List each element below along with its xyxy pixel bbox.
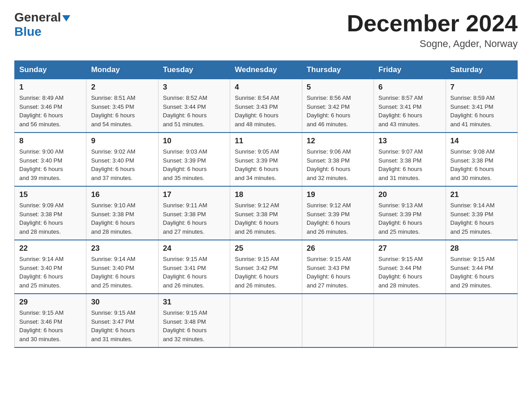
calendar-cell: 6Sunrise: 8:57 AMSunset: 3:41 PMDaylight… bbox=[374, 79, 446, 133]
calendar-cell: 22Sunrise: 9:14 AMSunset: 3:40 PMDayligh… bbox=[15, 240, 86, 294]
day-info: Sunrise: 9:03 AMSunset: 3:39 PMDaylight:… bbox=[163, 147, 225, 182]
day-number: 30 bbox=[91, 298, 153, 307]
day-number: 18 bbox=[235, 190, 297, 199]
calendar-cell: 4Sunrise: 8:54 AMSunset: 3:43 PMDaylight… bbox=[230, 79, 302, 133]
day-info: Sunrise: 9:15 AMSunset: 3:48 PMDaylight:… bbox=[163, 308, 225, 343]
col-header-friday: Friday bbox=[374, 61, 446, 79]
calendar-cell: 23Sunrise: 9:14 AMSunset: 3:40 PMDayligh… bbox=[86, 240, 158, 294]
day-number: 24 bbox=[163, 244, 225, 253]
day-info: Sunrise: 8:51 AMSunset: 3:45 PMDaylight:… bbox=[91, 94, 153, 128]
month-title: December 2024 bbox=[347, 11, 518, 36]
day-number: 14 bbox=[450, 137, 513, 146]
day-number: 17 bbox=[163, 190, 225, 199]
calendar-cell: 18Sunrise: 9:12 AMSunset: 3:38 PMDayligh… bbox=[230, 186, 302, 240]
day-info: Sunrise: 9:13 AMSunset: 3:39 PMDaylight:… bbox=[378, 201, 441, 236]
day-info: Sunrise: 9:12 AMSunset: 3:38 PMDaylight:… bbox=[235, 201, 297, 236]
calendar-table: SundayMondayTuesdayWednesdayThursdayFrid… bbox=[14, 60, 518, 348]
day-number: 29 bbox=[19, 298, 82, 307]
calendar-cell: 31Sunrise: 9:15 AMSunset: 3:48 PMDayligh… bbox=[158, 294, 230, 347]
calendar-cell: 9Sunrise: 9:02 AMSunset: 3:40 PMDaylight… bbox=[86, 133, 158, 186]
day-info: Sunrise: 9:15 AMSunset: 3:42 PMDaylight:… bbox=[235, 255, 297, 290]
day-info: Sunrise: 9:05 AMSunset: 3:39 PMDaylight:… bbox=[235, 147, 297, 182]
day-info: Sunrise: 9:12 AMSunset: 3:39 PMDaylight:… bbox=[307, 201, 369, 236]
day-info: Sunrise: 8:57 AMSunset: 3:41 PMDaylight:… bbox=[378, 94, 441, 128]
col-header-sunday: Sunday bbox=[15, 61, 86, 79]
calendar-cell: 10Sunrise: 9:03 AMSunset: 3:39 PMDayligh… bbox=[158, 133, 230, 186]
day-number: 13 bbox=[378, 137, 441, 146]
calendar-cell: 30Sunrise: 9:15 AMSunset: 3:47 PMDayligh… bbox=[86, 294, 158, 347]
calendar-cell bbox=[374, 294, 446, 347]
calendar-cell: 14Sunrise: 9:08 AMSunset: 3:38 PMDayligh… bbox=[446, 133, 517, 186]
day-info: Sunrise: 9:15 AMSunset: 3:44 PMDaylight:… bbox=[450, 255, 513, 290]
calendar-cell bbox=[230, 294, 302, 347]
week-row-1: 1Sunrise: 8:49 AMSunset: 3:46 PMDaylight… bbox=[15, 79, 518, 133]
day-number: 25 bbox=[235, 244, 297, 253]
day-info: Sunrise: 8:54 AMSunset: 3:43 PMDaylight:… bbox=[235, 94, 297, 128]
title-block: December 2024 Sogne, Agder, Norway bbox=[347, 11, 518, 50]
col-header-saturday: Saturday bbox=[446, 61, 517, 79]
location: Sogne, Agder, Norway bbox=[347, 38, 518, 50]
calendar-cell: 7Sunrise: 8:59 AMSunset: 3:41 PMDaylight… bbox=[446, 79, 517, 133]
day-info: Sunrise: 9:07 AMSunset: 3:38 PMDaylight:… bbox=[378, 147, 441, 182]
col-header-tuesday: Tuesday bbox=[158, 61, 230, 79]
col-header-wednesday: Wednesday bbox=[230, 61, 302, 79]
day-info: Sunrise: 9:08 AMSunset: 3:38 PMDaylight:… bbox=[450, 147, 513, 182]
week-row-5: 29Sunrise: 9:15 AMSunset: 3:46 PMDayligh… bbox=[15, 294, 518, 347]
calendar-cell: 26Sunrise: 9:15 AMSunset: 3:43 PMDayligh… bbox=[302, 240, 373, 294]
day-info: Sunrise: 9:14 AMSunset: 3:40 PMDaylight:… bbox=[91, 255, 153, 290]
calendar-cell: 21Sunrise: 9:14 AMSunset: 3:39 PMDayligh… bbox=[446, 186, 517, 240]
page-header: General Blue December 2024 Sogne, Agder,… bbox=[14, 11, 518, 50]
day-number: 26 bbox=[307, 244, 369, 253]
day-number: 7 bbox=[450, 83, 513, 92]
day-info: Sunrise: 9:10 AMSunset: 3:38 PMDaylight:… bbox=[91, 201, 153, 236]
calendar-cell: 5Sunrise: 8:56 AMSunset: 3:42 PMDaylight… bbox=[302, 79, 373, 133]
calendar-cell: 27Sunrise: 9:15 AMSunset: 3:44 PMDayligh… bbox=[374, 240, 446, 294]
day-number: 4 bbox=[235, 83, 297, 92]
calendar-cell: 1Sunrise: 8:49 AMSunset: 3:46 PMDaylight… bbox=[15, 79, 86, 133]
calendar-cell: 24Sunrise: 9:15 AMSunset: 3:41 PMDayligh… bbox=[158, 240, 230, 294]
day-info: Sunrise: 9:00 AMSunset: 3:40 PMDaylight:… bbox=[19, 147, 82, 182]
day-number: 9 bbox=[91, 137, 153, 146]
day-number: 6 bbox=[378, 83, 441, 92]
calendar-cell: 28Sunrise: 9:15 AMSunset: 3:44 PMDayligh… bbox=[446, 240, 517, 294]
calendar-cell: 12Sunrise: 9:06 AMSunset: 3:38 PMDayligh… bbox=[302, 133, 373, 186]
day-number: 23 bbox=[91, 244, 153, 253]
day-number: 28 bbox=[450, 244, 513, 253]
week-row-3: 15Sunrise: 9:09 AMSunset: 3:38 PMDayligh… bbox=[15, 186, 518, 240]
day-number: 12 bbox=[307, 137, 369, 146]
day-info: Sunrise: 9:14 AMSunset: 3:39 PMDaylight:… bbox=[450, 201, 513, 236]
calendar-cell: 25Sunrise: 9:15 AMSunset: 3:42 PMDayligh… bbox=[230, 240, 302, 294]
day-info: Sunrise: 9:02 AMSunset: 3:40 PMDaylight:… bbox=[91, 147, 153, 182]
day-number: 27 bbox=[378, 244, 441, 253]
week-row-2: 8Sunrise: 9:00 AMSunset: 3:40 PMDaylight… bbox=[15, 133, 518, 186]
calendar-cell: 15Sunrise: 9:09 AMSunset: 3:38 PMDayligh… bbox=[15, 186, 86, 240]
day-info: Sunrise: 9:15 AMSunset: 3:47 PMDaylight:… bbox=[91, 308, 153, 343]
day-info: Sunrise: 8:59 AMSunset: 3:41 PMDaylight:… bbox=[450, 94, 513, 128]
day-number: 11 bbox=[235, 137, 297, 146]
day-number: 15 bbox=[19, 190, 82, 199]
day-info: Sunrise: 8:52 AMSunset: 3:44 PMDaylight:… bbox=[163, 94, 225, 128]
day-number: 1 bbox=[19, 83, 82, 92]
day-number: 8 bbox=[19, 137, 82, 146]
header-row: SundayMondayTuesdayWednesdayThursdayFrid… bbox=[15, 61, 518, 79]
day-info: Sunrise: 9:14 AMSunset: 3:40 PMDaylight:… bbox=[19, 255, 82, 290]
day-info: Sunrise: 8:56 AMSunset: 3:42 PMDaylight:… bbox=[307, 94, 369, 128]
calendar-cell: 29Sunrise: 9:15 AMSunset: 3:46 PMDayligh… bbox=[15, 294, 86, 347]
calendar-cell: 17Sunrise: 9:11 AMSunset: 3:38 PMDayligh… bbox=[158, 186, 230, 240]
day-number: 3 bbox=[163, 83, 225, 92]
day-info: Sunrise: 9:11 AMSunset: 3:38 PMDaylight:… bbox=[163, 201, 225, 236]
calendar-cell bbox=[446, 294, 517, 347]
logo: General Blue bbox=[14, 11, 70, 39]
calendar-cell: 8Sunrise: 9:00 AMSunset: 3:40 PMDaylight… bbox=[15, 133, 86, 186]
calendar-cell bbox=[302, 294, 373, 347]
col-header-monday: Monday bbox=[86, 61, 158, 79]
calendar-cell: 16Sunrise: 9:10 AMSunset: 3:38 PMDayligh… bbox=[86, 186, 158, 240]
logo-line1: General bbox=[14, 11, 70, 25]
day-info: Sunrise: 9:15 AMSunset: 3:46 PMDaylight:… bbox=[19, 308, 82, 343]
day-info: Sunrise: 9:06 AMSunset: 3:38 PMDaylight:… bbox=[307, 147, 369, 182]
day-number: 19 bbox=[307, 190, 369, 199]
day-info: Sunrise: 9:09 AMSunset: 3:38 PMDaylight:… bbox=[19, 201, 82, 236]
week-row-4: 22Sunrise: 9:14 AMSunset: 3:40 PMDayligh… bbox=[15, 240, 518, 294]
calendar-cell: 11Sunrise: 9:05 AMSunset: 3:39 PMDayligh… bbox=[230, 133, 302, 186]
day-number: 20 bbox=[378, 190, 441, 199]
